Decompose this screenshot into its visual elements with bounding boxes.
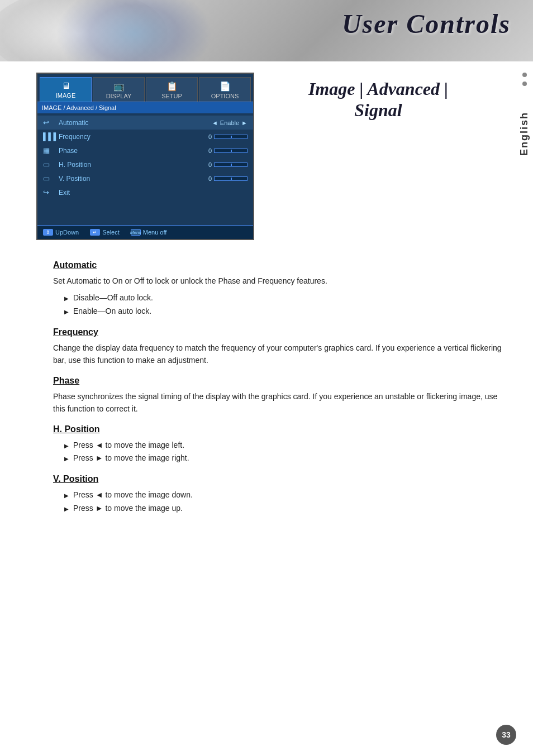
- menu-breadcrumb: IMAGE / Advanced / Signal: [37, 102, 253, 113]
- tab-setup-label: SETUP: [161, 93, 182, 99]
- menu-item-frequency[interactable]: ▌▌▌ Frequency 0: [37, 130, 253, 143]
- v-position-value: 0: [208, 175, 248, 182]
- tab-image-label: IMAGE: [56, 92, 75, 99]
- select-label: Select: [102, 229, 120, 236]
- tab-display-label: DISPLAY: [106, 93, 132, 99]
- section-title-line1: Image | Advanced |: [308, 79, 448, 99]
- v-position-num: 0: [208, 175, 212, 182]
- updown-label: UpDown: [55, 229, 79, 236]
- heading-phase: Phase: [36, 376, 505, 386]
- menu-item-v-position[interactable]: ▭ V. Position 0: [37, 171, 253, 185]
- h-position-label: H. Position: [59, 161, 204, 169]
- left-panel: 🖥 IMAGE 📺 DISPLAY 📋 SETUP 📄 OPTIONS IMAG…: [0, 73, 257, 240]
- h-position-num: 0: [208, 161, 212, 168]
- footer-menuoff: Menu Menu off: [131, 229, 167, 236]
- dot: [522, 82, 527, 86]
- exit-label: Exit: [59, 189, 248, 197]
- h-position-bar: [214, 162, 248, 167]
- tab-image[interactable]: 🖥 IMAGE: [40, 77, 92, 102]
- frequency-label: Frequency: [59, 133, 204, 141]
- header: User Controls: [0, 0, 533, 61]
- tab-options-label: OPTIONS: [211, 93, 239, 99]
- body-automatic: Set Automatic to On or Off to lock or un…: [36, 275, 505, 287]
- bullet-v-up: Press ► to move the image up.: [64, 502, 505, 515]
- v-position-bar: [214, 176, 248, 181]
- tab-display[interactable]: 📺 DISPLAY: [93, 77, 145, 102]
- menu-body: ↩ Automatic ◄ Enable ► ▌▌▌ Frequency 0: [37, 113, 253, 225]
- side-decoration: [516, 61, 533, 285]
- menu-icon: Menu: [131, 229, 141, 236]
- section-title: Image | Advanced | Signal: [257, 73, 499, 121]
- setup-tab-icon: 📋: [147, 81, 196, 92]
- frequency-bar: [214, 135, 248, 139]
- bullet-v-down: Press ◄ to move the image down.: [64, 489, 505, 502]
- bullets-automatic: Disable—Off auto lock. Enable—On auto lo…: [36, 291, 505, 318]
- automatic-val-text: Enable: [220, 119, 239, 126]
- v-position-icon: ▭: [43, 174, 54, 183]
- menu-screenshot: 🖥 IMAGE 📺 DISPLAY 📋 SETUP 📄 OPTIONS IMAG…: [36, 73, 254, 240]
- tab-setup[interactable]: 📋 SETUP: [146, 77, 198, 102]
- frequency-num: 0: [208, 133, 212, 140]
- automatic-icon: ↩: [43, 118, 54, 127]
- footer-updown: ⇕ UpDown: [43, 229, 79, 236]
- v-position-label: V. Position: [59, 175, 204, 183]
- body-frequency: Change the display data frequency to mat…: [36, 342, 505, 367]
- section-title-line2: Signal: [354, 100, 402, 120]
- heading-automatic: Automatic: [36, 260, 505, 270]
- updown-icon: ⇕: [43, 229, 53, 236]
- menu-item-exit[interactable]: ↪ Exit: [37, 185, 253, 199]
- menu-item-phase[interactable]: ▦ Phase 0: [37, 143, 253, 157]
- page-title: User Controls: [342, 8, 511, 39]
- phase-num: 0: [208, 147, 212, 154]
- menu-item-h-position[interactable]: ▭ H. Position 0: [37, 157, 253, 171]
- options-tab-icon: 📄: [201, 81, 249, 92]
- bullet-h-left: Press ◄ to move the image left.: [64, 439, 505, 452]
- bullet-h-right: Press ► to move the image right.: [64, 452, 505, 465]
- menu-item-automatic[interactable]: ↩ Automatic ◄ Enable ►: [37, 116, 253, 130]
- phase-label: Phase: [59, 147, 204, 155]
- h-position-icon: ▭: [43, 160, 54, 169]
- frequency-value: 0: [208, 133, 248, 140]
- menuoff-label: Menu off: [143, 229, 167, 236]
- image-tab-icon: 🖥: [41, 81, 90, 91]
- bullet-enable: Enable—On auto lock.: [64, 305, 505, 318]
- phase-value: 0: [208, 147, 248, 154]
- automatic-left-arrow: ◄: [212, 119, 218, 126]
- select-icon: ↵: [90, 229, 100, 236]
- page-number: 33: [496, 725, 516, 745]
- display-tab-icon: 📺: [94, 81, 143, 92]
- exit-icon: ↪: [43, 188, 54, 197]
- h-position-value: 0: [208, 161, 248, 168]
- right-panel: Image | Advanced | Signal: [257, 73, 533, 240]
- frequency-icon: ▌▌▌: [43, 132, 54, 141]
- footer-select: ↵ Select: [90, 229, 120, 236]
- content-area: 🖥 IMAGE 📺 DISPLAY 📋 SETUP 📄 OPTIONS IMAG…: [0, 61, 533, 251]
- dot: [522, 73, 527, 77]
- doc-content: Automatic Set Automatic to On or Off to …: [0, 260, 533, 515]
- automatic-label: Automatic: [59, 119, 207, 127]
- heading-v-position: V. Position: [36, 474, 505, 484]
- body-phase: Phase synchronizes the signal timing of …: [36, 390, 505, 415]
- automatic-right-arrow: ►: [241, 119, 248, 126]
- menu-footer: ⇕ UpDown ↵ Select Menu Menu off: [37, 225, 253, 239]
- phase-icon: ▦: [43, 146, 54, 155]
- bullets-h-position: Press ◄ to move the image left. Press ► …: [36, 439, 505, 466]
- automatic-value: ◄ Enable ►: [212, 119, 248, 126]
- phase-bar: [214, 149, 248, 153]
- tab-options[interactable]: 📄 OPTIONS: [199, 77, 251, 102]
- heading-frequency: Frequency: [36, 327, 505, 337]
- bullet-disable: Disable—Off auto lock.: [64, 291, 505, 305]
- heading-h-position: H. Position: [36, 424, 505, 434]
- bullets-v-position: Press ◄ to move the image down. Press ► …: [36, 489, 505, 515]
- menu-tabs: 🖥 IMAGE 📺 DISPLAY 📋 SETUP 📄 OPTIONS: [37, 74, 253, 102]
